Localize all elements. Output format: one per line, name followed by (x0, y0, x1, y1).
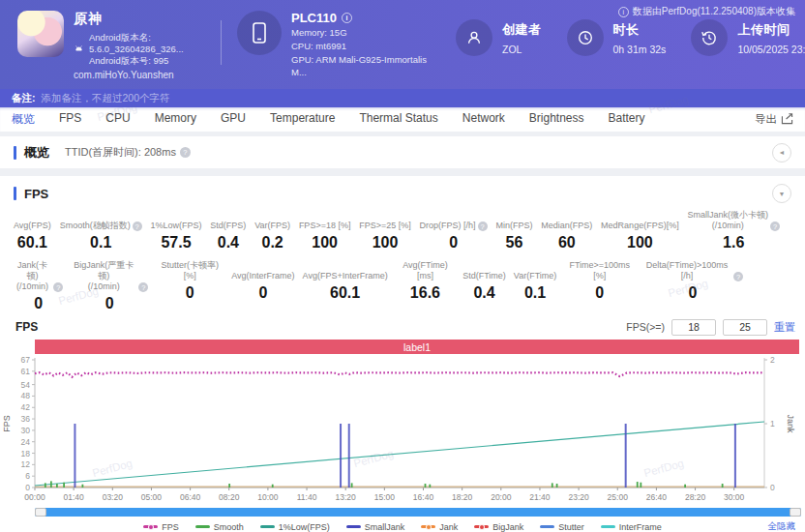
threshold-reset-link[interactable]: 重置 (774, 320, 795, 335)
user-icon (456, 19, 492, 56)
metric-value: 0.1 (514, 284, 557, 302)
app-version-code: Android版本号: 995 (89, 55, 211, 67)
export-button[interactable]: 导出 (755, 112, 793, 127)
overview-collapse-button[interactable]: ◄ (772, 143, 791, 163)
fps-threshold-input-2[interactable] (723, 319, 767, 336)
svg-text:13:20: 13:20 (336, 492, 357, 502)
fps-chart-title: FPS (15, 320, 38, 334)
device-memory: Memory: 15G (291, 26, 438, 39)
metric-help-icon[interactable]: ? (138, 282, 148, 292)
metric-cell: Smooth(稳帧指数)?0.1 (56, 210, 146, 251)
tab-Temperature[interactable]: Temperature (270, 111, 335, 128)
tab-GPU[interactable]: GPU (221, 111, 246, 128)
svg-text:0: 0 (770, 483, 775, 492)
metric-help-icon[interactable]: ? (133, 222, 142, 231)
app-name: 原神 (74, 11, 211, 28)
device-info: PLC110i Memory: 15G CPU: mt6991 GPU: ARM… (237, 11, 438, 78)
app-package: com.miHoYo.Yuanshen (74, 70, 211, 80)
metric-value: 56 (495, 234, 532, 251)
svg-text:01:40: 01:40 (64, 492, 85, 502)
metric-label: FTime>=100ms [%] (564, 260, 635, 281)
overview-title: 概览 (24, 144, 49, 162)
tab-Thermal Status[interactable]: Thermal Status (359, 111, 437, 128)
scrollbar-right-handle[interactable] (790, 508, 801, 517)
creator-value: ZOL (502, 44, 542, 55)
hide-all-link[interactable]: 全隐藏 (768, 520, 796, 532)
overview-section: 概览 TTID(首屏时间): 208ms? ◄ (0, 136, 805, 168)
metric-label: Min(FPS) (495, 210, 532, 231)
svg-text:30: 30 (21, 426, 31, 435)
metric-value: 100 (601, 234, 679, 251)
chart-scrollbar[interactable] (35, 508, 801, 517)
export-label: 导出 (755, 112, 777, 127)
metric-label: Delta(FTime)>100ms [/h]? (642, 260, 743, 281)
duration-block: 时长 0h 31m 32s (567, 19, 667, 56)
legend-label: BigJank (492, 522, 523, 532)
svg-text:16:40: 16:40 (413, 492, 434, 502)
metric-label: Median(FPS) (541, 210, 592, 231)
upload-time-label: 上传时间 (737, 21, 805, 39)
svg-text:6: 6 (25, 471, 30, 481)
metric-cell: FTime>=100ms [%]0 (560, 260, 639, 312)
collect-note: i 数据由PerfDog(11.2.250408)版本收集 (618, 5, 795, 18)
svg-text:20:00: 20:00 (491, 492, 512, 502)
clock-icon (567, 19, 604, 56)
metric-help-icon[interactable]: ? (53, 282, 63, 292)
legend-item-FPS[interactable]: FPS (143, 522, 179, 532)
chart-label1-band: label1 (35, 340, 799, 354)
metric-cell: Median(FPS)60 (537, 210, 596, 251)
ttid-help-icon[interactable]: ? (180, 147, 191, 158)
legend-item-InterFrame[interactable]: InterFrame (601, 522, 662, 532)
legend-item-SmallJank[interactable]: SmallJank (346, 522, 405, 532)
svg-text:23:20: 23:20 (568, 492, 589, 502)
svg-text:36: 36 (21, 414, 31, 424)
metric-value: 0.4 (462, 284, 506, 302)
svg-text:10:00: 10:00 (257, 492, 279, 502)
fps-threshold-input-1[interactable] (671, 319, 716, 336)
metric-value: 0.1 (60, 234, 142, 251)
tab-Memory[interactable]: Memory (155, 111, 196, 128)
metric-help-icon[interactable]: ? (478, 222, 488, 231)
chart-legend: FPSSmooth1%Low(FPS)SmallJankJankBigJankS… (0, 520, 805, 532)
tab-FPS[interactable]: FPS (59, 111, 81, 128)
svg-text:26:40: 26:40 (646, 492, 668, 502)
tab-Network[interactable]: Network (462, 111, 505, 128)
legend-item-1%Low(FPS)[interactable]: 1%Low(FPS) (260, 522, 330, 532)
metric-value: 60.1 (14, 234, 51, 251)
device-info-icon[interactable]: i (342, 13, 352, 23)
fps-threshold-label: FPS(>=) (626, 321, 665, 333)
info-icon: i (618, 7, 629, 17)
metric-help-icon[interactable]: ? (770, 222, 780, 231)
metric-value: 0 (14, 295, 63, 312)
section-accent-bar (14, 187, 16, 200)
metric-help-icon[interactable]: ? (733, 272, 743, 281)
duration-value: 0h 31m 32s (613, 44, 667, 55)
remark-bar[interactable]: 备注: 添加备注，不超过200个字符 (0, 89, 805, 107)
metric-cell: FPS>=18 [%]100 (295, 210, 355, 251)
metric-value: 100 (359, 234, 411, 251)
legend-marker (601, 525, 615, 528)
metric-value: 1.6 (687, 234, 780, 251)
legend-item-Stutter[interactable]: Stutter (540, 522, 584, 532)
fps-metrics-row-2: Jank(卡顿) (/10min)?0BigJank(严重卡顿) (/10min… (0, 260, 805, 312)
tab-概览[interactable]: 概览 (12, 111, 35, 128)
svg-text:18: 18 (21, 449, 31, 458)
svg-text:2: 2 (770, 355, 775, 365)
metric-cell: Jank(卡顿) (/10min)?0 (10, 260, 67, 312)
legend-item-Smooth[interactable]: Smooth (195, 522, 244, 532)
tab-CPU[interactable]: CPU (105, 111, 130, 128)
scrollbar-left-handle[interactable] (35, 508, 46, 517)
svg-text:08:20: 08:20 (219, 492, 240, 502)
metric-value: 100 (299, 234, 351, 251)
metric-cell: Std(FPS)0.4 (206, 210, 250, 251)
tab-Brightness[interactable]: Brightness (529, 111, 584, 128)
legend-item-Jank[interactable]: Jank (421, 522, 458, 532)
svg-text:11:40: 11:40 (297, 492, 317, 502)
fps-chart[interactable]: 676154484236302418126021000:0001:4003:20… (0, 354, 805, 503)
tab-Battery[interactable]: Battery (609, 111, 645, 128)
export-icon (781, 113, 793, 127)
metric-label: Jank(卡顿) (/10min)? (14, 260, 63, 292)
metric-value: 0.4 (210, 234, 246, 251)
legend-item-BigJank[interactable]: BigJank (474, 522, 523, 532)
fps-collapse-button[interactable]: ▼ (772, 184, 791, 203)
